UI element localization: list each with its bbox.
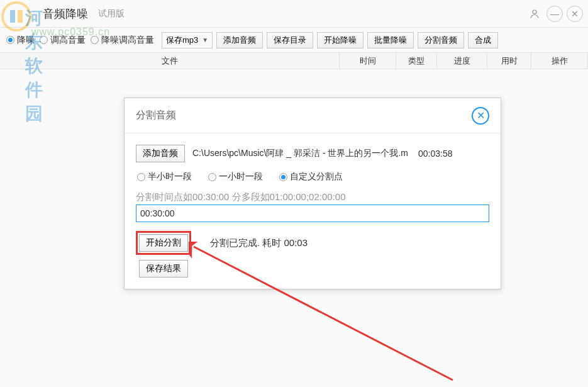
radio-label: 一小时一段	[219, 171, 263, 182]
radio-icon	[208, 173, 216, 181]
start-split-button[interactable]: 开始分割	[139, 234, 188, 252]
radio-icon	[137, 173, 145, 181]
start-split-highlight: 开始分割	[136, 231, 191, 255]
radio-label: 自定义分割点	[290, 171, 343, 182]
file-duration: 00:03:58	[418, 149, 453, 159]
split-hint: 分割时间点如00:30:00 分多段如01:00:00;02:00:00	[136, 191, 489, 203]
split-status: 分割已完成. 耗时 00:03	[210, 237, 308, 249]
radio-icon	[279, 173, 287, 181]
dialog-add-audio-button[interactable]: 添加音频	[136, 145, 185, 162]
radio-one-hour[interactable]: 一小时一段	[208, 171, 263, 182]
dialog-close-button[interactable]: ✕	[472, 107, 489, 125]
split-time-input[interactable]	[136, 205, 489, 222]
radio-custom[interactable]: 自定义分割点	[279, 171, 343, 182]
radio-half-hour[interactable]: 半小时一段	[137, 171, 192, 182]
dialog-title: 分割音频	[136, 109, 472, 122]
radio-label: 半小时一段	[148, 171, 192, 182]
split-audio-dialog: 分割音频 ✕ 添加音频 C:\Users\pc\Music\阿肆 _ 郭采洁 -…	[124, 98, 501, 289]
dialog-header: 分割音频 ✕	[125, 98, 501, 133]
file-path-text: C:\Users\pc\Music\阿肆 _ 郭采洁 - 世界上的另一个我.m	[192, 148, 408, 159]
save-result-button[interactable]: 保存结果	[139, 260, 188, 278]
